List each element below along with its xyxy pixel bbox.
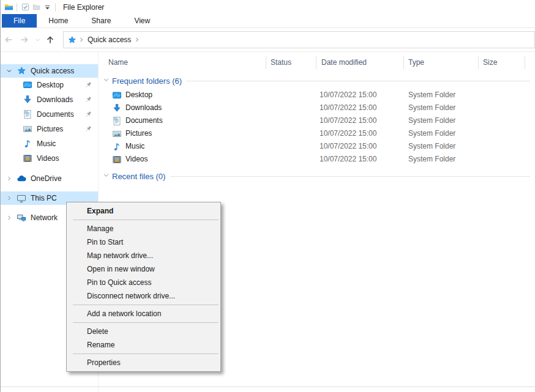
file-name: Music [125, 140, 144, 153]
table-row-videos[interactable]: Videos10/07/2022 15:00System Folder [99, 153, 535, 166]
tab-home[interactable]: Home [37, 14, 80, 28]
file-name: Desktop [125, 89, 152, 102]
menu-item-pin-to-quick-access[interactable]: Pin to Quick access [67, 276, 220, 289]
desktop-icon [23, 80, 32, 90]
menu-item-pin-to-start[interactable]: Pin to Start [67, 235, 220, 249]
address-box[interactable]: Quick access [63, 31, 535, 48]
table-row-downloads[interactable]: Downloads10/07/2022 15:00System Folder [99, 102, 535, 114]
group-header-frequent-folders-6-[interactable]: Frequent folders (6) [99, 74, 535, 87]
menu-item-disconnect-network-drive[interactable]: Disconnect network drive... [67, 289, 220, 303]
pin-icon [84, 95, 93, 104]
pictures-icon [23, 124, 32, 134]
table-row-documents[interactable]: Documents10/07/2022 15:00System Folder [99, 114, 535, 127]
onedrive-icon [17, 174, 26, 183]
column-header-date-modified[interactable]: Date modified [316, 56, 403, 69]
menu-item-delete[interactable]: Delete [67, 325, 220, 338]
sidebar-item-documents[interactable]: Documents [1, 107, 98, 122]
file-list: Frequent folders (6)Desktop10/07/2022 15… [99, 74, 535, 183]
breadcrumb-chevron-icon[interactable] [77, 36, 86, 43]
sidebar-item-desktop[interactable]: Desktop [1, 78, 98, 92]
menu-item-expand[interactable]: Expand [67, 204, 220, 218]
menu-item-manage[interactable]: Manage [67, 222, 220, 235]
sidebar-item-onedrive[interactable]: OneDrive [1, 172, 98, 185]
customize-qat-icon[interactable] [42, 2, 53, 12]
file-size-cell [478, 89, 525, 102]
tab-file[interactable]: File [2, 14, 37, 28]
sidebar-item-downloads[interactable]: Downloads [1, 92, 98, 107]
file-status-cell [266, 114, 316, 127]
file-status-cell [266, 153, 316, 166]
chevron-right-icon[interactable] [6, 214, 17, 221]
file-type-cell: System Folder [403, 89, 478, 102]
title-bar: File Explorer [1, 0, 535, 14]
menu-item-properties[interactable]: Properties [67, 356, 220, 369]
column-header-type[interactable]: Type [403, 56, 478, 69]
sidebar-item-label: Videos [37, 154, 98, 163]
tab-share[interactable]: Share [80, 14, 122, 28]
forward-icon[interactable] [17, 32, 32, 48]
recent-locations-icon[interactable] [32, 32, 42, 48]
sidebar-item-label: Documents [37, 110, 84, 119]
properties-checkbox-icon[interactable] [20, 2, 31, 12]
menu-item-map-network-drive[interactable]: Map network drive... [67, 249, 220, 262]
file-status-cell [266, 102, 316, 114]
file-size-cell [478, 140, 525, 153]
breadcrumb-chevron-icon[interactable] [132, 36, 142, 43]
ribbon-tabs: FileHomeShareView [1, 14, 535, 28]
group-header-recent-files-0-[interactable]: Recent files (0) [99, 169, 535, 183]
documents-icon [112, 116, 122, 126]
pin-icon [84, 81, 93, 89]
file-size-cell [478, 102, 525, 114]
column-header-status[interactable]: Status [266, 56, 316, 69]
sidebar-item-videos[interactable]: Videos [1, 151, 98, 166]
file-date-cell: 10/07/2022 15:00 [316, 114, 403, 127]
file-size-cell [478, 114, 525, 127]
status-bar-divider [1, 386, 535, 387]
pictures-icon [112, 129, 122, 139]
videos-icon [112, 155, 122, 165]
chevron-right-icon[interactable] [6, 194, 17, 202]
table-row-desktop[interactable]: Desktop10/07/2022 15:00System Folder [99, 89, 535, 102]
pin-icon [84, 110, 93, 119]
file-name-cell: Music [99, 140, 266, 153]
menu-item-add-a-network-location[interactable]: Add a network location [67, 307, 220, 320]
back-icon[interactable] [1, 32, 17, 48]
column-header-name[interactable]: Name [99, 56, 266, 69]
sidebar-item-quick-access[interactable]: Quick access [1, 64, 98, 78]
chevron-down-icon[interactable] [6, 67, 17, 75]
menu-separator [73, 305, 219, 305]
column-header-size[interactable]: Size [478, 56, 525, 69]
music-icon [23, 139, 32, 149]
sidebar-item-label: This PC [31, 194, 98, 202]
menu-item-open-in-new-window[interactable]: Open in new window [67, 262, 220, 276]
group-rule [187, 81, 530, 81]
titlebar-separator [17, 3, 17, 12]
sidebar-item-label: Desktop [37, 81, 84, 89]
sidebar-item-label: Quick access [31, 67, 98, 75]
pin-icon [84, 125, 93, 133]
new-folder-icon[interactable] [31, 2, 42, 12]
file-name-cell: Downloads [99, 102, 266, 114]
file-type-cell: System Folder [403, 114, 478, 127]
group-chevron-icon[interactable] [102, 76, 112, 86]
sidebar-item-music[interactable]: Music [1, 136, 98, 151]
network-icon [17, 213, 26, 223]
sidebar-item-pictures[interactable]: Pictures [1, 122, 98, 136]
table-row-music[interactable]: Music10/07/2022 15:00System Folder [99, 140, 535, 153]
group-chevron-icon[interactable] [102, 171, 112, 181]
videos-icon [23, 153, 32, 163]
chevron-right-icon[interactable] [6, 175, 17, 182]
tab-view[interactable]: View [122, 14, 162, 28]
documents-icon [23, 109, 32, 119]
sidebar-item-label: Downloads [37, 95, 84, 104]
up-icon[interactable] [42, 32, 58, 48]
file-name-cell: Videos [99, 153, 266, 166]
breadcrumb-quick-access[interactable]: Quick access [88, 35, 131, 44]
table-row-pictures[interactable]: Pictures10/07/2022 15:00System Folder [99, 127, 535, 140]
menu-item-rename[interactable]: Rename [67, 338, 220, 352]
file-name: Documents [125, 114, 163, 127]
sidebar-item-label: Pictures [37, 125, 84, 133]
downloads-icon [23, 95, 32, 105]
group-rule [170, 176, 530, 177]
file-name: Pictures [125, 127, 152, 140]
